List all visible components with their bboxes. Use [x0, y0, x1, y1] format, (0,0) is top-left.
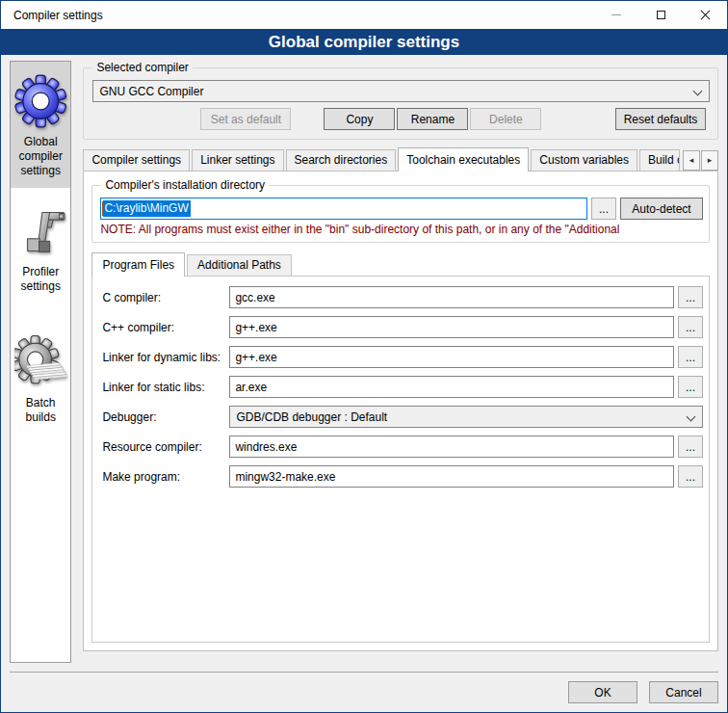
- selected-compiler-group: Selected compiler GNU GCC Compiler Set a…: [83, 67, 718, 140]
- subtab-program-files[interactable]: Program Files: [91, 252, 185, 277]
- reset-defaults-button[interactable]: Reset defaults: [615, 108, 706, 130]
- close-icon: [700, 10, 711, 20]
- tab-scroll-right-button[interactable]: ▸: [701, 150, 718, 171]
- installation-directory-input[interactable]: C:\raylib\MinGW: [100, 198, 587, 220]
- cpp-compiler-browse-button[interactable]: ...: [678, 316, 703, 338]
- installation-directory-group: Compiler's installation directory C:\ray…: [91, 185, 710, 243]
- static-linker-input[interactable]: [229, 376, 674, 398]
- cpp-compiler-input[interactable]: [229, 316, 674, 338]
- tab-toolchain-executables[interactable]: Toolchain executables: [398, 147, 529, 172]
- tab-custom-variables[interactable]: Custom variables: [531, 149, 637, 171]
- debugger-label: Debugger:: [102, 410, 229, 424]
- titlebar[interactable]: Compiler settings: [1, 1, 727, 29]
- settings-category-list: Global compiler settings: [10, 61, 71, 663]
- debugger-select[interactable]: GDB/CDB debugger : Default: [229, 406, 703, 428]
- chevron-down-icon: [693, 87, 703, 96]
- blue-gear-icon: [14, 69, 66, 135]
- static-linker-browse-button[interactable]: ...: [678, 376, 703, 398]
- c-compiler-browse-button[interactable]: ...: [678, 286, 703, 308]
- sidebar-item-global-compiler-settings[interactable]: Global compiler settings: [11, 62, 70, 188]
- ok-button[interactable]: OK: [568, 681, 637, 703]
- sidebar-item-label: Profiler settings: [14, 265, 66, 294]
- window-title: Compiler settings: [1, 9, 103, 22]
- resource-compiler-input[interactable]: [229, 436, 674, 458]
- resource-compiler-label: Resource compiler:: [102, 440, 229, 454]
- program-files-page: C compiler: ... C++ compiler: ... Linker…: [91, 276, 710, 643]
- c-compiler-input[interactable]: [229, 286, 674, 308]
- make-program-row: Make program: ...: [102, 465, 703, 488]
- installation-directory-row: C:\raylib\MinGW ... Auto-detect: [100, 198, 703, 220]
- dialog-footer: OK Cancel: [10, 672, 718, 712]
- bin-subdirectory-note: NOTE: All programs must exist either in …: [100, 223, 703, 236]
- sidebar-item-profiler-settings[interactable]: Profiler settings: [11, 194, 70, 304]
- dialog-header-title: Global compiler settings: [269, 33, 459, 52]
- browse-directory-button[interactable]: ...: [591, 198, 616, 220]
- tab-scroll-left-button[interactable]: ◂: [683, 150, 700, 171]
- dynamic-linker-label: Linker for dynamic libs:: [102, 351, 229, 364]
- copy-button[interactable]: Copy: [324, 108, 395, 130]
- dynamic-linker-input[interactable]: [229, 346, 674, 368]
- debugger-select-value: GDB/CDB debugger : Default: [236, 410, 687, 424]
- resource-compiler-browse-button[interactable]: ...: [678, 436, 703, 458]
- compiler-settings-dialog: Compiler settings Global compiler settin…: [0, 0, 728, 713]
- sidebar-item-label: Batch builds: [14, 396, 66, 425]
- compiler-buttons-row: Set as default Copy Rename Delete Reset …: [92, 108, 710, 130]
- main-panel: Selected compiler GNU GCC Compiler Set a…: [83, 55, 718, 664]
- toolchain-executables-page: Compiler's installation directory C:\ray…: [83, 171, 718, 651]
- minimize-icon: [611, 14, 621, 15]
- make-program-label: Make program:: [102, 470, 229, 484]
- maximize-button[interactable]: [638, 1, 683, 29]
- dynamic-linker-browse-button[interactable]: ...: [678, 346, 703, 368]
- installation-directory-value: C:\raylib\MinGW: [103, 200, 190, 217]
- sidebar-item-label: Global compiler settings: [14, 135, 66, 178]
- tab-build-options[interactable]: Build options: [639, 149, 680, 171]
- delete-button[interactable]: Delete: [470, 108, 541, 130]
- c-compiler-label: C compiler:: [102, 291, 229, 304]
- auto-detect-button[interactable]: Auto-detect: [620, 198, 703, 220]
- resource-compiler-row: Resource compiler: ...: [102, 436, 703, 458]
- executables-subtabstrip: Program Files Additional Paths: [91, 252, 710, 276]
- installation-directory-group-label: Compiler's installation directory: [101, 178, 269, 192]
- subtab-additional-paths[interactable]: Additional Paths: [187, 254, 292, 276]
- chevron-down-icon: [687, 412, 696, 422]
- compiler-select[interactable]: GNU GCC Compiler: [92, 80, 710, 102]
- dialog-header: Global compiler settings: [1, 29, 727, 55]
- dynamic-linker-row: Linker for dynamic libs: ...: [102, 346, 703, 368]
- close-button[interactable]: [683, 1, 727, 29]
- tab-scroll-arrows: ◂ ▸: [682, 150, 718, 171]
- rename-button[interactable]: Rename: [397, 108, 468, 130]
- make-program-browse-button[interactable]: ...: [678, 465, 703, 488]
- cancel-button[interactable]: Cancel: [649, 681, 718, 703]
- batch-builds-gear-icon: [14, 332, 66, 396]
- tab-compiler-settings[interactable]: Compiler settings: [83, 149, 190, 171]
- static-linker-label: Linker for static libs:: [102, 381, 229, 394]
- selected-compiler-group-label: Selected compiler: [92, 61, 192, 74]
- maximize-icon: [657, 11, 665, 19]
- tab-search-directories[interactable]: Search directories: [286, 149, 397, 171]
- dialog-body: Global compiler settings: [1, 55, 727, 712]
- content-row: Global compiler settings: [10, 55, 718, 664]
- caliper-icon: [14, 201, 66, 265]
- static-linker-row: Linker for static libs: ...: [102, 376, 703, 398]
- compiler-select-value: GNU GCC Compiler: [99, 85, 693, 98]
- debugger-row: Debugger: GDB/CDB debugger : Default: [102, 406, 703, 428]
- sidebar-item-batch-builds[interactable]: Batch builds: [11, 325, 70, 435]
- make-program-input[interactable]: [229, 465, 674, 488]
- tab-linker-settings[interactable]: Linker settings: [192, 149, 283, 171]
- settings-tabstrip: Compiler settings Linker settings Search…: [83, 147, 718, 171]
- set-as-default-button[interactable]: Set as default: [200, 108, 291, 130]
- window-controls: [594, 1, 727, 29]
- cpp-compiler-row: C++ compiler: ...: [102, 316, 703, 338]
- minimize-button[interactable]: [594, 1, 638, 29]
- c-compiler-row: C compiler: ...: [102, 286, 703, 308]
- cpp-compiler-label: C++ compiler:: [102, 321, 229, 334]
